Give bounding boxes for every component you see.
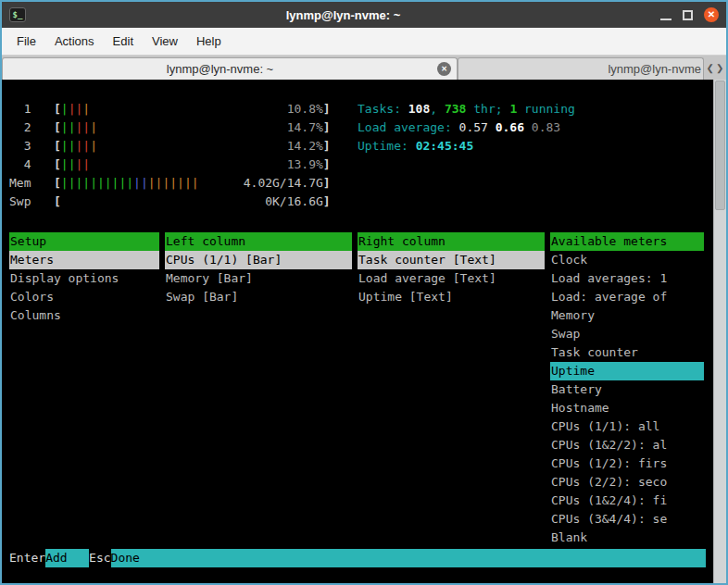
tasks-count: 108: [408, 102, 430, 116]
right-column-header: Right column: [358, 232, 545, 251]
tabbar: lynmp@lyn-nvme: ~ ✕ lynmp@lyn-nvme ❮ ❯: [2, 56, 726, 80]
right-column-item[interactable]: Task counter [Text]: [358, 251, 545, 269]
load-5min: 0.66: [496, 120, 532, 134]
bracket: ]: [323, 137, 331, 156]
close-button[interactable]: ✕: [704, 7, 719, 22]
available-meter-item[interactable]: CPUs (3&4/4): se: [550, 510, 704, 529]
setup-item-columns[interactable]: Columns: [9, 306, 159, 325]
available-meter-item[interactable]: CPUs (1/2): firs: [550, 454, 704, 473]
load-average-meter: Load average: 0.57 0.66 0.83: [358, 118, 575, 137]
cpu2-bar-green: ||: [61, 118, 76, 137]
terminal-window: $_ lynmp@lyn-nvme: ~ ✕ File Actions Edit…: [0, 0, 728, 585]
menu-actions[interactable]: Actions: [45, 28, 104, 56]
uptime-meter: Uptime: 02:45:45: [358, 137, 575, 156]
cpu2-bar-orange: |: [90, 118, 97, 137]
setup-item-colors[interactable]: Colors: [9, 288, 159, 306]
cpu1-label: 1: [9, 100, 54, 118]
menubar: File Actions Edit View Help: [2, 28, 726, 56]
load-1min: 0.57: [459, 120, 496, 134]
memory-label: Mem: [9, 174, 54, 193]
cpu2-bar-red: ||: [75, 118, 90, 137]
fn-done-action[interactable]: Done: [111, 549, 706, 567]
setup-panel-header: Setup: [9, 232, 159, 251]
menu-file[interactable]: File: [7, 28, 45, 56]
setup-panel: Setup Meters Display options Colors Colu…: [9, 232, 159, 325]
left-column-item[interactable]: Memory [Bar]: [165, 269, 352, 288]
bracket: [: [54, 193, 61, 211]
available-meter-item[interactable]: Swap: [550, 325, 704, 343]
system-info-meters: Tasks: 108, 738 thr; 1 running Load aver…: [358, 100, 575, 156]
cpu3-label: 3: [9, 137, 54, 156]
tab-scroll-right-icon[interactable]: ❯: [716, 63, 723, 73]
swap-value: 0K/16.6G: [265, 193, 323, 211]
titlebar: $_ lynmp@lyn-nvme: ~ ✕: [2, 2, 726, 28]
window-controls: ✕: [660, 7, 719, 22]
function-bar: EnterAdd EscDone: [9, 549, 706, 567]
menu-edit[interactable]: Edit: [104, 28, 143, 56]
tab-close-icon[interactable]: ✕: [437, 62, 451, 76]
available-meter-item[interactable]: Load: average of: [550, 288, 704, 306]
available-meter-item[interactable]: Task counter: [550, 343, 704, 362]
cpu1-percent: 10.8%: [287, 100, 323, 118]
bracket: [: [54, 118, 61, 137]
cpu4-percent: 13.9%: [287, 156, 323, 174]
left-column-item[interactable]: Swap [Bar]: [165, 288, 352, 306]
available-meter-item[interactable]: Hostname: [550, 399, 704, 417]
tab-scroll-left-icon[interactable]: ❮: [707, 63, 714, 73]
cpu2-label: 2: [9, 118, 54, 137]
scrollbar-thumb[interactable]: [715, 81, 725, 210]
available-meter-item[interactable]: CPUs (2/2): seco: [550, 473, 704, 492]
fn-add-action[interactable]: Add: [45, 549, 89, 567]
cpu1-meter: 1[||||10.8%]: [9, 100, 331, 118]
available-meter-item[interactable]: Battery: [550, 380, 704, 399]
uptime-caption: Uptime:: [358, 139, 416, 153]
terminal-screen[interactable]: 1[||||10.8%] 2[|||||14.7%] 3[|||||14.2%]…: [2, 80, 726, 583]
tab-inactive[interactable]: lynmp@lyn-nvme: [458, 57, 704, 80]
bracket: ]: [323, 100, 331, 118]
available-meter-item[interactable]: CPUs (1/1): all: [550, 417, 704, 436]
cpu2-percent: 14.7%: [287, 118, 323, 137]
maximize-button[interactable]: [683, 10, 693, 20]
terminal-app-icon: $_: [9, 7, 26, 22]
right-column-item[interactable]: Load average [Text]: [358, 269, 545, 288]
tab-active[interactable]: lynmp@lyn-nvme: ~ ✕: [2, 57, 458, 80]
bracket: [: [54, 100, 61, 118]
available-meter-item-selected[interactable]: Uptime: [550, 362, 704, 380]
bracket: ]: [323, 193, 331, 211]
tab-scroll-arrows: ❮ ❯: [704, 56, 726, 80]
setup-item-display-options[interactable]: Display options: [9, 269, 159, 288]
bracket: [: [54, 156, 61, 174]
bracket: ]: [323, 174, 331, 193]
threads-count: 738: [445, 102, 466, 116]
cpu4-label: 4: [9, 156, 54, 174]
menu-view[interactable]: View: [143, 28, 187, 56]
menu-help[interactable]: Help: [187, 28, 231, 56]
left-column-panel: Left column CPUs (1/1) [Bar] Memory [Bar…: [165, 232, 352, 306]
cpu3-bar-orange: |: [90, 137, 97, 156]
tasks-meter: Tasks: 108, 738 thr; 1 running: [358, 100, 575, 118]
right-column-panel: Right column Task counter [Text] Load av…: [358, 232, 545, 306]
tab-active-label: lynmp@lyn-nvme: ~: [3, 62, 437, 76]
minimize-button[interactable]: [660, 9, 672, 20]
fn-esc-key[interactable]: Esc: [89, 549, 110, 567]
tab-inactive-label: lynmp@lyn-nvme: [458, 62, 703, 76]
fn-enter-key[interactable]: Enter: [9, 549, 45, 567]
available-meter-item[interactable]: Load averages: 1: [550, 269, 704, 288]
available-meter-item[interactable]: Clock: [550, 251, 704, 269]
window-title: lynmp@lyn-nvme: ~: [26, 8, 660, 22]
terminal-scrollbar[interactable]: [713, 80, 726, 583]
available-meter-item[interactable]: CPUs (1&2/4): fi: [550, 492, 704, 510]
available-meter-item[interactable]: CPUs (1&2/2): al: [550, 436, 704, 454]
cpu4-bar-red: ||: [75, 156, 90, 174]
swap-meter: Swp[0K/16.6G]: [9, 193, 331, 211]
cpu1-bar-red: ||: [69, 100, 83, 118]
right-column-item[interactable]: Uptime [Text]: [358, 288, 545, 306]
bracket: [: [54, 174, 61, 193]
mem-bar-blue: ||: [133, 174, 148, 193]
setup-item-meters[interactable]: Meters: [9, 251, 159, 269]
available-meters-header: Available meters: [550, 232, 704, 251]
available-meter-item[interactable]: Memory: [550, 306, 704, 325]
left-column-item[interactable]: CPUs (1/1) [Bar]: [165, 251, 352, 269]
cpu3-bar-red: ||: [75, 137, 90, 156]
available-meter-item[interactable]: Blank: [550, 529, 704, 547]
